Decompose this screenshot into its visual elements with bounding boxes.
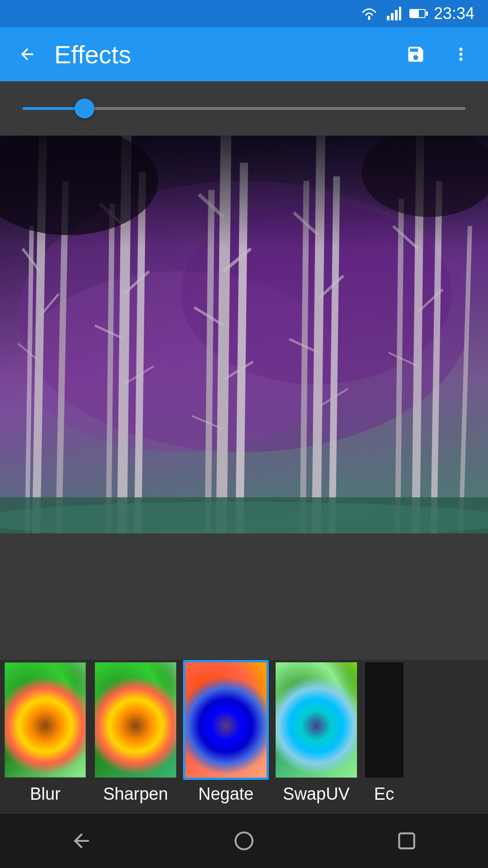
effect-thumb-swapuv (273, 660, 359, 780)
svg-line-17 (108, 203, 112, 533)
effect-label-negate: Negate (198, 784, 254, 804)
battery-icon (409, 9, 426, 18)
effect-label-blur: Blur (30, 784, 61, 804)
slider-thumb[interactable] (75, 99, 94, 118)
svg-rect-4 (399, 7, 401, 20)
status-icons: 23:34 (360, 4, 474, 23)
svg-rect-51 (399, 833, 414, 848)
flower-sharpen-img (95, 662, 176, 778)
effect-item-sharpen[interactable]: Sharpen (90, 660, 181, 804)
spacer-area (0, 533, 488, 660)
nav-recents-button[interactable] (389, 823, 425, 859)
flower-edge-img (365, 662, 404, 778)
effect-item-blur[interactable]: Blur (0, 660, 90, 804)
back-button[interactable] (14, 41, 41, 68)
slider-area (0, 81, 488, 136)
flower-swapuv-img (276, 662, 357, 778)
flower-negate-img (185, 662, 267, 778)
effect-item-negate[interactable]: Negate (181, 660, 271, 804)
page-title: Effects (54, 40, 389, 69)
nav-home-button[interactable] (226, 823, 262, 859)
svg-point-46 (0, 502, 488, 533)
effect-label-sharpen: Sharpen (103, 784, 168, 804)
toolbar-actions (402, 41, 474, 68)
effects-strip: Blur Sharpen Negate SwapUV Ec (0, 660, 488, 832)
svg-rect-1 (387, 16, 389, 20)
effect-label-edge: Ec (374, 784, 394, 804)
effect-thumb-negate (183, 660, 269, 780)
navigation-bar (0, 814, 488, 868)
status-bar: 23:34 (0, 0, 488, 27)
main-image-area (0, 136, 488, 533)
effect-thumb-blur (2, 660, 88, 780)
effect-thumb-sharpen (93, 660, 178, 780)
effect-thumb-edge (363, 660, 406, 780)
more-options-button[interactable] (447, 41, 474, 68)
effect-item-edge[interactable]: Ec (361, 660, 407, 804)
effect-label-swapuv: SwapUV (283, 784, 350, 804)
svg-rect-2 (391, 13, 394, 20)
flower-blur-img (5, 662, 86, 778)
svg-rect-3 (395, 10, 398, 20)
signal-icon (387, 7, 401, 20)
save-button[interactable] (402, 41, 429, 68)
wifi-icon (360, 7, 379, 20)
svg-line-39 (398, 199, 401, 533)
effect-item-swapuv[interactable]: SwapUV (271, 660, 361, 804)
nav-back-button[interactable] (63, 823, 99, 859)
svg-point-0 (368, 17, 371, 20)
status-time: 23:34 (434, 4, 474, 23)
svg-point-50 (235, 832, 253, 849)
effect-slider-track[interactable] (23, 107, 465, 110)
app-bar: Effects (0, 27, 488, 81)
main-image (0, 136, 488, 533)
